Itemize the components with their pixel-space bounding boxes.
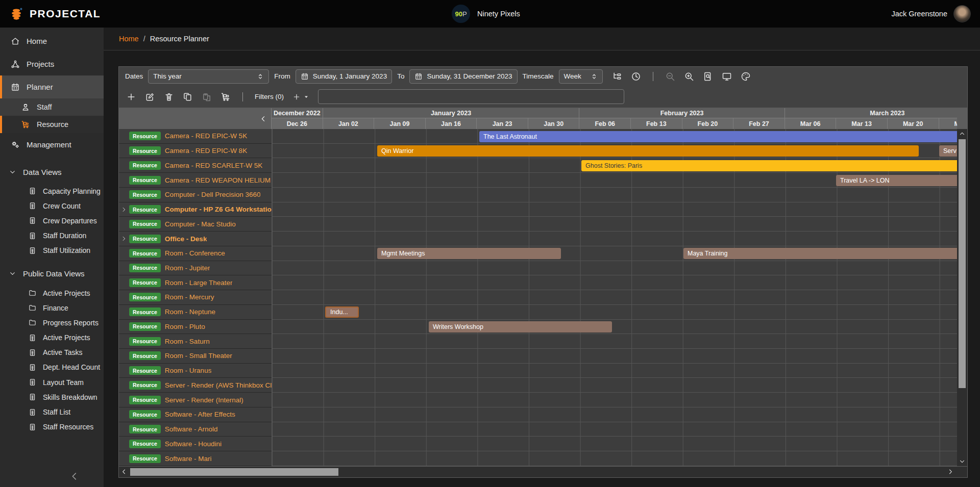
resource-row[interactable]: ResourceCamera - RED EPIC-W 8K — [119, 144, 272, 159]
sidebar-item-active-tasks[interactable]: Active Tasks — [0, 345, 104, 360]
sidebar-item-label: Management — [27, 140, 71, 149]
resource-row[interactable]: ResourceRoom - Neptune — [119, 305, 272, 320]
sidebar-item-staff-duration[interactable]: Staff Duration — [0, 228, 104, 243]
gantt-body: ResourceCamera - RED EPIC-W 5KResourceCa… — [119, 129, 967, 466]
resource-row[interactable]: ResourceCamera - RED WEAPON HELIUM 8K S3… — [119, 173, 272, 188]
resource-row[interactable]: ResourceSoftware - After Effects — [119, 407, 272, 422]
doc-icon — [29, 247, 36, 254]
vertical-scrollbar[interactable] — [957, 129, 967, 466]
gantt-bar[interactable]: The Last Astronaut — [479, 131, 957, 142]
fullscreen-monitor-icon[interactable] — [722, 71, 732, 82]
gantt-bar[interactable]: Indu... — [325, 306, 359, 318]
resource-row[interactable]: ResourceRoom - Saturn — [119, 334, 272, 349]
search-input[interactable] — [318, 89, 624, 104]
horizontal-scrollbar[interactable] — [119, 466, 967, 477]
resource-row[interactable]: ResourceRoom - Small Theater — [119, 349, 272, 364]
resource-name: Room - Mercury — [165, 293, 214, 301]
edit-icon[interactable] — [145, 92, 155, 102]
tree-view-icon[interactable] — [612, 71, 622, 82]
user-menu[interactable]: Jack Greenstone — [891, 5, 971, 22]
app-logo[interactable]: PROJECTAL — [9, 6, 101, 21]
from-date-button[interactable]: Sunday, 1 January 2023 — [296, 69, 392, 84]
scroll-up-icon[interactable] — [959, 130, 966, 137]
resource-row[interactable]: ResourceRoom - Uranus — [119, 364, 272, 378]
timescale-select[interactable]: Week — [559, 69, 603, 84]
sidebar-item-dept-head-count[interactable]: Dept. Head Count — [0, 360, 104, 375]
scroll-right-icon[interactable] — [947, 468, 954, 475]
user-avatar[interactable] — [953, 5, 971, 22]
sidebar-collapse-icon[interactable] — [69, 471, 80, 482]
sidebar-item-capacity-planning[interactable]: Capacity Planning — [0, 184, 104, 198]
sidebar-item-finance[interactable]: Finance — [0, 300, 104, 315]
resource-row[interactable]: ResourceOffice - Desk — [119, 232, 272, 246]
sidebar-item-public-data-views[interactable]: Public Data Views — [0, 262, 104, 286]
resource-row[interactable]: ResourceRoom - Large Theater — [119, 275, 272, 290]
timeline-row — [272, 349, 957, 364]
scroll-down-icon[interactable] — [959, 458, 966, 465]
resource-row[interactable]: ResourceComputer - Dell Precision 3660 — [119, 188, 272, 202]
resource-row[interactable]: ResourceSoftware - Houdini — [119, 437, 272, 451]
export-document-icon[interactable] — [703, 71, 713, 82]
gantt-bar[interactable]: Serv — [939, 145, 957, 157]
sidebar-item-label: Planner — [27, 83, 53, 91]
sidebar-item-data-views[interactable]: Data Views — [0, 160, 104, 184]
sidebar-item-active-projects[interactable]: Active Projects — [0, 286, 104, 300]
resource-row[interactable]: ResourceCamera - RED EPIC-W 5K — [119, 129, 272, 144]
gantt-bar[interactable]: Maya Training — [683, 248, 957, 259]
color-palette-icon[interactable] — [741, 71, 751, 82]
vertical-scrollbar-thumb[interactable] — [959, 139, 966, 388]
gantt-bar[interactable]: Mgmt Meetings — [377, 248, 561, 259]
dates-range-select[interactable]: This year — [148, 69, 269, 84]
resource-row[interactable]: ResourceCamera - RED SCARLET-W 5K — [119, 158, 272, 173]
timeline-row — [272, 202, 957, 217]
resource-row[interactable]: ResourceServer - Render (AWS Thinkbox Cl… — [119, 378, 272, 393]
resource-row[interactable]: ResourceComputer - HP Z6 G4 Workstation — [119, 202, 272, 217]
months-row: December 2022January 2023February 2023Ma… — [272, 108, 957, 118]
sidebar-item-layout-team[interactable]: Layout Team — [0, 375, 104, 390]
gantt-bar[interactable]: Writers Workshop — [429, 321, 612, 332]
sidebar-item-label: Public Data Views — [23, 269, 85, 278]
add-filter-dropdown[interactable] — [292, 93, 309, 101]
resource-cart-icon[interactable] — [220, 92, 231, 102]
copy-icon[interactable] — [183, 92, 193, 102]
to-date-button[interactable]: Sunday, 31 December 2023 — [409, 69, 517, 84]
sidebar-item-active-projects[interactable]: Active Projects — [0, 330, 104, 345]
gantt-bar[interactable]: Travel LA -> LON — [836, 175, 957, 186]
sidebar-item-label: Resource — [37, 120, 68, 129]
sidebar-item-skills-breakdown[interactable]: Skills Breakdown — [0, 390, 104, 404]
sidebar-item-staff-resources[interactable]: Staff Resources — [0, 420, 104, 434]
scroll-left-icon[interactable] — [120, 468, 128, 475]
resource-row[interactable]: ResourceSoftware - Arnold — [119, 422, 272, 437]
resource-row[interactable]: ResourceRoom - Pluto — [119, 320, 272, 335]
resource-row[interactable]: ResourceComputer - Mac Studio — [119, 217, 272, 232]
expand-row-icon[interactable] — [120, 236, 127, 242]
sidebar-item-staff-utilization[interactable]: Staff Utilization — [0, 243, 104, 258]
sidebar-item-progress-reports[interactable]: Progress Reports — [0, 315, 104, 330]
resource-row[interactable]: ResourceSoftware - Mari — [119, 451, 272, 466]
resource-row[interactable]: ResourceRoom - Mercury — [119, 290, 272, 305]
sidebar-item-projects[interactable]: Projects — [0, 53, 104, 75]
horizontal-scrollbar-thumb[interactable] — [130, 468, 338, 476]
sidebar-item-crew-count[interactable]: Crew Count — [0, 198, 104, 213]
resource-row[interactable]: ResourceRoom - Jupiter — [119, 261, 272, 276]
resource-row[interactable]: ResourceRoom - Conference — [119, 246, 272, 261]
zoom-in-icon[interactable] — [684, 71, 694, 82]
delete-icon[interactable] — [164, 92, 174, 102]
breadcrumb-home-link[interactable]: Home — [119, 35, 139, 43]
sidebar-item-crew-departures[interactable]: Crew Departures — [0, 213, 104, 228]
sidebar-item-planner[interactable]: Planner — [0, 75, 104, 98]
sidebar-item-resource[interactable]: Resource — [0, 116, 104, 133]
gantt-bar[interactable]: Qin Warrior — [377, 145, 919, 157]
resource-row[interactable]: ResourceServer - Render (Internal) — [119, 393, 272, 407]
add-booking-icon[interactable] — [126, 92, 136, 102]
sidebar-item-staff-list[interactable]: Staff List — [0, 404, 104, 419]
sidebar-item-staff[interactable]: Staff — [0, 98, 104, 116]
sidebar-item-management[interactable]: Management — [0, 133, 104, 156]
resource-name: Room - Large Theater — [165, 279, 233, 287]
collapse-names-column-icon[interactable] — [259, 115, 267, 123]
expand-row-icon[interactable] — [120, 206, 127, 213]
time-settings-icon[interactable] — [631, 71, 641, 82]
toolbar-divider — [653, 72, 653, 81]
gantt-bar[interactable]: Ghost Stories: Paris — [581, 160, 957, 171]
sidebar-item-home[interactable]: Home — [0, 30, 104, 53]
